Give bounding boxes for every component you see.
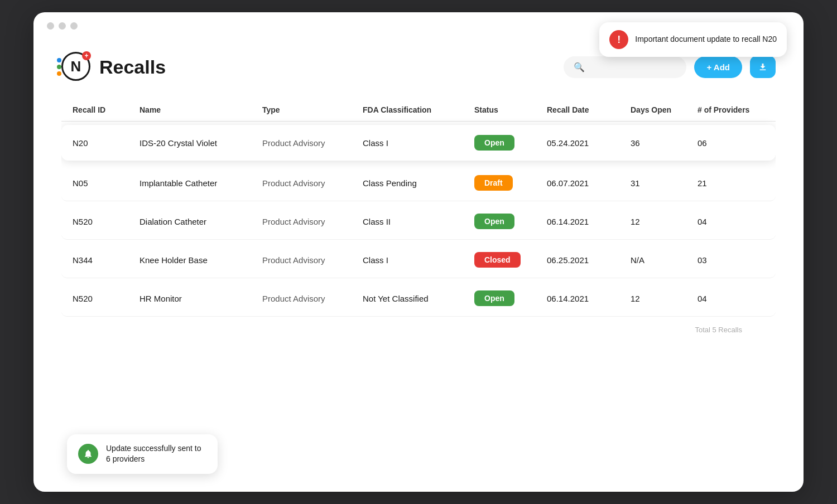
download-button[interactable]	[750, 56, 776, 78]
col-header-fda: FDA Classification	[363, 105, 474, 114]
col-header-providers: # of Providers	[698, 105, 776, 114]
cell-status: Open	[474, 214, 547, 229]
chrome-dot-2	[59, 22, 66, 30]
logo-mark: N +	[61, 52, 92, 82]
col-header-type: Type	[262, 105, 363, 114]
notification-top: ! Important document update to recall N2…	[599, 22, 787, 57]
cell-date: 06.25.2021	[547, 255, 631, 265]
cell-id: N520	[73, 217, 140, 226]
table-row[interactable]: N520 Dialation Catheter Product Advisory…	[61, 203, 776, 240]
cell-days: N/A	[631, 255, 698, 265]
cell-status: Closed	[474, 252, 547, 268]
search-box[interactable]: 🔍	[564, 56, 686, 78]
table-rows: N20 IDS-20 Crystal Violet Product Adviso…	[61, 122, 776, 318]
cell-classification: Class II	[363, 217, 474, 226]
cell-type: Product Advisory	[262, 138, 363, 148]
cell-days: 12	[631, 294, 698, 303]
cell-date: 06.14.2021	[547, 294, 631, 303]
col-header-id: Recall ID	[73, 105, 140, 114]
notification-top-text: Important document update to recall N20	[635, 34, 777, 45]
status-badge: Closed	[474, 252, 521, 268]
search-input[interactable]	[590, 62, 676, 72]
notification-bottom: Update successfully sent to 6 providers	[67, 434, 218, 474]
cell-providers: 04	[698, 294, 776, 303]
notification-bottom-text: Update successfully sent to 6 providers	[106, 443, 206, 465]
cell-classification: Class I	[363, 138, 474, 148]
cell-status: Open	[474, 135, 547, 151]
cell-name: Knee Holder Base	[140, 255, 262, 265]
cell-date: 05.24.2021	[547, 138, 631, 148]
col-header-name: Name	[140, 105, 262, 114]
table-row[interactable]: N20 IDS-20 Crystal Violet Product Adviso…	[61, 125, 776, 161]
content-area: N + Recalls 🔍 + Add	[33, 35, 804, 492]
cell-providers: 21	[698, 178, 776, 188]
cell-classification: Class I	[363, 255, 474, 265]
cell-type: Product Advisory	[262, 178, 363, 188]
logo-dot-green	[57, 65, 61, 69]
cell-days: 36	[631, 138, 698, 148]
status-badge: Open	[474, 290, 514, 306]
status-badge: Open	[474, 214, 514, 229]
logo-plus: +	[82, 51, 91, 60]
cell-type: Product Advisory	[262, 255, 363, 265]
cell-id: N20	[73, 138, 140, 148]
status-badge: Open	[474, 135, 514, 151]
logo-dot-blue	[57, 58, 61, 62]
cell-date: 06.07.2021	[547, 178, 631, 188]
table-row[interactable]: N520 HR Monitor Product Advisory Not Yet…	[61, 280, 776, 317]
logo-dots	[57, 58, 61, 76]
bell-icon	[83, 449, 93, 459]
table-container: Recall ID Name Type FDA Classification S…	[61, 99, 776, 475]
cell-status: Open	[474, 290, 547, 306]
cell-providers: 04	[698, 217, 776, 226]
cell-name: Implantable Catheter	[140, 178, 262, 188]
cell-id: N05	[73, 178, 140, 188]
logo-circle: N +	[61, 52, 90, 81]
cell-name: Dialation Catheter	[140, 217, 262, 226]
cell-type: Product Advisory	[262, 217, 363, 226]
total-text: Total 5 Recalls	[61, 318, 776, 334]
cell-providers: 06	[698, 138, 776, 148]
logo-dot-orange	[57, 71, 61, 76]
search-icon: 🔍	[574, 62, 585, 72]
cell-classification: Class Pending	[363, 178, 474, 188]
cell-id: N344	[73, 255, 140, 265]
alert-icon: !	[609, 30, 628, 49]
cell-status: Draft	[474, 175, 547, 191]
col-header-date: Recall Date	[547, 105, 631, 114]
add-button[interactable]: + Add	[694, 56, 742, 78]
cell-name: IDS-20 Crystal Violet	[140, 138, 262, 148]
header-actions: 🔍 + Add	[564, 56, 776, 78]
cell-id: N520	[73, 294, 140, 303]
chrome-dot-3	[70, 22, 78, 30]
table-row[interactable]: N344 Knee Holder Base Product Advisory C…	[61, 242, 776, 278]
download-icon	[758, 62, 768, 72]
screen-wrapper: ! Important document update to recall N2…	[33, 12, 804, 492]
col-header-status: Status	[474, 105, 547, 114]
notification-bottom-icon	[78, 444, 98, 464]
chrome-dot-1	[47, 22, 54, 30]
page-title: Recalls	[99, 56, 166, 78]
cell-providers: 03	[698, 255, 776, 265]
cell-classification: Not Yet Classified	[363, 294, 474, 303]
col-header-days: Days Open	[631, 105, 698, 114]
main-window: N + Recalls 🔍 + Add	[33, 12, 804, 492]
table-header: Recall ID Name Type FDA Classification S…	[61, 99, 776, 122]
status-badge: Draft	[474, 175, 513, 191]
cell-days: 12	[631, 217, 698, 226]
cell-date: 06.14.2021	[547, 217, 631, 226]
cell-name: HR Monitor	[140, 294, 262, 303]
table-row[interactable]: N05 Implantable Catheter Product Advisor…	[61, 165, 776, 201]
cell-days: 31	[631, 178, 698, 188]
cell-type: Product Advisory	[262, 294, 363, 303]
logo-title: N + Recalls	[61, 52, 166, 82]
